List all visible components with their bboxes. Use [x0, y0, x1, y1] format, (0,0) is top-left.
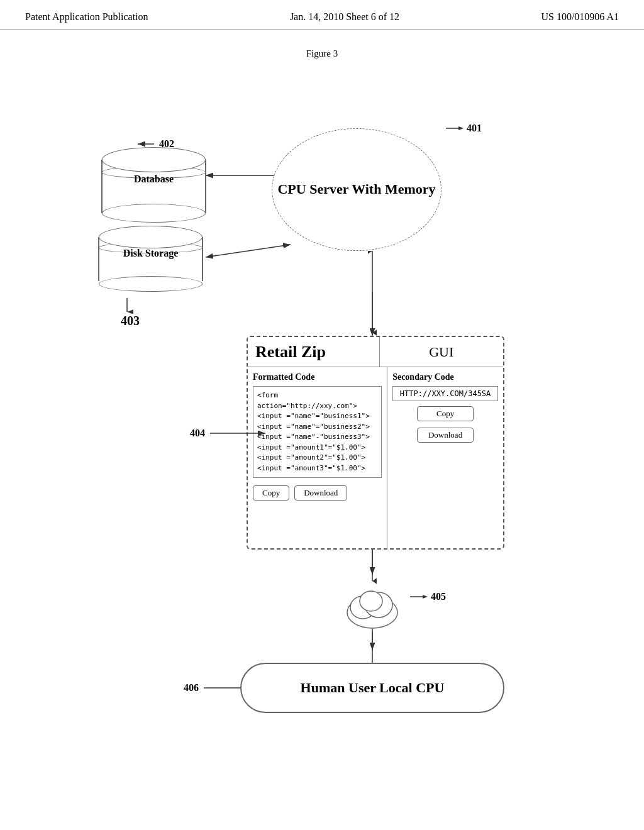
svg-marker-16 [458, 126, 464, 130]
secondary-code-title: Secondary Code [392, 372, 498, 382]
vertical-arrow-icon [368, 251, 377, 336]
retail-zip-header: Retail Zip GUI [248, 337, 503, 367]
code-line-5: <input ="amount1"="$1.00"> [257, 443, 377, 453]
formatted-code-title: Formatted Code [253, 372, 382, 382]
gui-label: GUI [380, 337, 504, 367]
formatted-code-buttons: Copy Download [253, 485, 382, 501]
page-header: Patent Application Publication Jan. 14, … [0, 0, 644, 30]
human-user-shape: Human User Local CPU [240, 663, 504, 713]
cpu-server-label: CPU Server With Memory [277, 180, 435, 199]
code-line-7: <input ="amount3"="$1.00"> [257, 463, 377, 474]
arrow-404-icon [209, 427, 272, 440]
arrow-405-icon [409, 590, 428, 603]
disk-storage-label: Disk Storage [99, 248, 203, 259]
diagram: 402 Database Disk Storage [64, 65, 580, 807]
secondary-code-value: HTTP://XXY.COM/345SA [392, 386, 498, 401]
database-shape: Database [102, 147, 206, 223]
retail-zip-title: Retail Zip [248, 337, 380, 367]
code-line-1: <form action="http://xxy.com"> [257, 390, 377, 411]
disk-storage-shape: Disk Storage [99, 226, 203, 292]
secondary-code-section: Secondary Code HTTP://XXY.COM/345SA Copy… [387, 367, 503, 548]
figure-title: Figure 3 [0, 48, 644, 59]
database-label: Database [102, 174, 206, 185]
code-line-2: <input ="name"="business1"> [257, 411, 377, 422]
code-line-3: <input ="name"="business2"> [257, 422, 377, 433]
cloud-icon [341, 581, 404, 631]
human-user-label: Human User Local CPU [301, 680, 445, 696]
download-button-right[interactable]: Download [417, 428, 474, 443]
svg-marker-30 [423, 595, 428, 599]
retail-zip-content: Formatted Code <form action="http://xxy.… [248, 367, 503, 548]
header-center: Jan. 14, 2010 Sheet 6 of 12 [290, 11, 399, 23]
cpu-server-shape: CPU Server With Memory [272, 128, 441, 251]
ref-401-label: 401 [445, 122, 482, 135]
download-button-left[interactable]: Download [294, 485, 347, 501]
header-right: US 100/010906 A1 [541, 11, 619, 23]
ref-403-label: 403 [121, 298, 140, 328]
internet-cloud [341, 581, 404, 631]
svg-line-6 [206, 245, 291, 257]
svg-point-27 [360, 591, 382, 611]
arrow-401-icon [445, 122, 464, 135]
code-line-4: <input ="name"-"business3"> [257, 432, 377, 443]
copy-button-left[interactable]: Copy [253, 485, 289, 501]
code-line-6: <input ="amount2"="$1.00"> [257, 453, 377, 463]
copy-button-right[interactable]: Copy [417, 406, 474, 421]
down-arrow-icon [368, 550, 377, 584]
retail-zip-box: Retail Zip GUI Formatted Code <form acti… [247, 336, 504, 550]
ref-404-label: 404 [190, 427, 272, 440]
formatted-code-section: Formatted Code <form action="http://xxy.… [248, 367, 387, 548]
ref-405-label: 405 [409, 590, 446, 603]
formatted-code-box: <form action="http://xxy.com"> <input ="… [253, 386, 382, 478]
page-content: Figure 3 [0, 48, 644, 830]
header-left: Patent Application Publication [25, 11, 148, 23]
cpu-to-retail-arrow [368, 251, 377, 336]
secondary-code-buttons: Copy Download [392, 406, 498, 443]
arrow-403-icon [121, 298, 133, 314]
